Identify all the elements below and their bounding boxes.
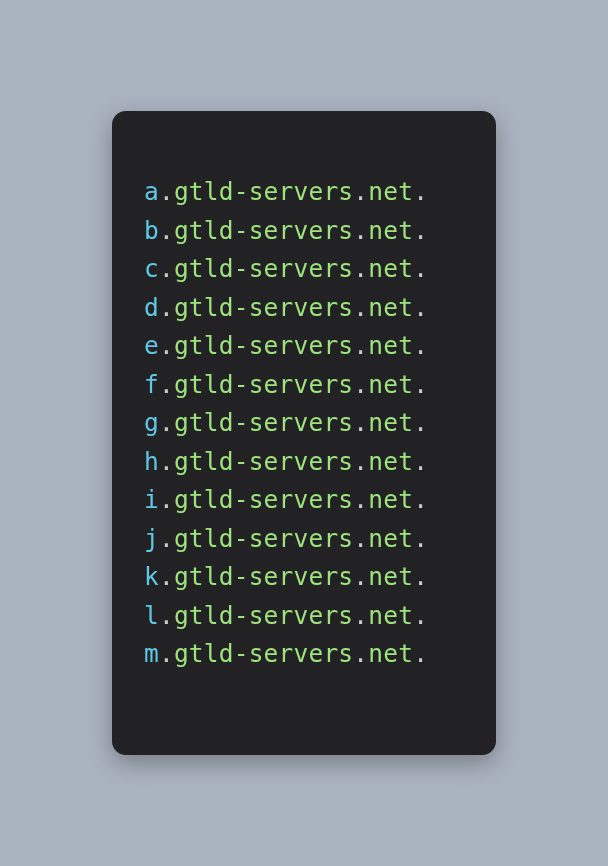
server-domain: gtld-servers: [174, 254, 353, 283]
separator-dot: .: [159, 524, 174, 553]
separator-dot: .: [353, 601, 368, 630]
trailing-dot: .: [413, 639, 428, 668]
server-tld: net: [368, 524, 413, 553]
server-domain: gtld-servers: [174, 331, 353, 360]
separator-dot: .: [159, 485, 174, 514]
server-tld: net: [368, 293, 413, 322]
server-tld: net: [368, 216, 413, 245]
dns-server-entry: c.gtld-servers.net.: [144, 250, 464, 289]
separator-dot: .: [159, 254, 174, 283]
trailing-dot: .: [413, 370, 428, 399]
dns-server-entry: j.gtld-servers.net.: [144, 520, 464, 559]
server-prefix: m: [144, 639, 159, 668]
trailing-dot: .: [413, 562, 428, 591]
server-prefix: i: [144, 485, 159, 514]
separator-dot: .: [353, 408, 368, 437]
separator-dot: .: [159, 639, 174, 668]
server-tld: net: [368, 370, 413, 399]
server-prefix: j: [144, 524, 159, 553]
server-domain: gtld-servers: [174, 447, 353, 476]
dns-server-entry: h.gtld-servers.net.: [144, 443, 464, 482]
trailing-dot: .: [413, 485, 428, 514]
server-domain: gtld-servers: [174, 562, 353, 591]
separator-dot: .: [353, 485, 368, 514]
dns-server-list: a.gtld-servers.net.b.gtld-servers.net.c.…: [144, 173, 464, 674]
separator-dot: .: [353, 370, 368, 399]
separator-dot: .: [159, 447, 174, 476]
server-tld: net: [368, 601, 413, 630]
separator-dot: .: [159, 370, 174, 399]
separator-dot: .: [353, 447, 368, 476]
server-prefix: a: [144, 177, 159, 206]
separator-dot: .: [353, 293, 368, 322]
server-prefix: c: [144, 254, 159, 283]
trailing-dot: .: [413, 331, 428, 360]
dns-server-entry: a.gtld-servers.net.: [144, 173, 464, 212]
server-tld: net: [368, 177, 413, 206]
trailing-dot: .: [413, 293, 428, 322]
separator-dot: .: [159, 408, 174, 437]
server-prefix: d: [144, 293, 159, 322]
server-tld: net: [368, 562, 413, 591]
separator-dot: .: [353, 177, 368, 206]
dns-server-entry: k.gtld-servers.net.: [144, 558, 464, 597]
separator-dot: .: [159, 562, 174, 591]
server-tld: net: [368, 447, 413, 476]
server-domain: gtld-servers: [174, 408, 353, 437]
dns-server-entry: e.gtld-servers.net.: [144, 327, 464, 366]
server-domain: gtld-servers: [174, 177, 353, 206]
server-domain: gtld-servers: [174, 524, 353, 553]
terminal-output: a.gtld-servers.net.b.gtld-servers.net.c.…: [112, 111, 496, 755]
dns-server-entry: g.gtld-servers.net.: [144, 404, 464, 443]
server-prefix: b: [144, 216, 159, 245]
separator-dot: .: [159, 177, 174, 206]
separator-dot: .: [353, 524, 368, 553]
dns-server-entry: l.gtld-servers.net.: [144, 597, 464, 636]
server-domain: gtld-servers: [174, 485, 353, 514]
server-prefix: e: [144, 331, 159, 360]
trailing-dot: .: [413, 601, 428, 630]
separator-dot: .: [159, 216, 174, 245]
server-prefix: h: [144, 447, 159, 476]
server-prefix: g: [144, 408, 159, 437]
server-tld: net: [368, 485, 413, 514]
trailing-dot: .: [413, 524, 428, 553]
dns-server-entry: b.gtld-servers.net.: [144, 212, 464, 251]
separator-dot: .: [353, 331, 368, 360]
separator-dot: .: [159, 293, 174, 322]
trailing-dot: .: [413, 216, 428, 245]
separator-dot: .: [353, 639, 368, 668]
dns-server-entry: f.gtld-servers.net.: [144, 366, 464, 405]
separator-dot: .: [159, 601, 174, 630]
server-prefix: f: [144, 370, 159, 399]
separator-dot: .: [353, 216, 368, 245]
dns-server-entry: i.gtld-servers.net.: [144, 481, 464, 520]
trailing-dot: .: [413, 177, 428, 206]
dns-server-entry: m.gtld-servers.net.: [144, 635, 464, 674]
server-domain: gtld-servers: [174, 216, 353, 245]
server-tld: net: [368, 639, 413, 668]
trailing-dot: .: [413, 408, 428, 437]
separator-dot: .: [353, 254, 368, 283]
server-tld: net: [368, 254, 413, 283]
dns-server-entry: d.gtld-servers.net.: [144, 289, 464, 328]
server-domain: gtld-servers: [174, 639, 353, 668]
server-tld: net: [368, 331, 413, 360]
trailing-dot: .: [413, 447, 428, 476]
separator-dot: .: [159, 331, 174, 360]
server-domain: gtld-servers: [174, 370, 353, 399]
server-tld: net: [368, 408, 413, 437]
server-prefix: k: [144, 562, 159, 591]
server-prefix: l: [144, 601, 159, 630]
server-domain: gtld-servers: [174, 293, 353, 322]
server-domain: gtld-servers: [174, 601, 353, 630]
separator-dot: .: [353, 562, 368, 591]
trailing-dot: .: [413, 254, 428, 283]
